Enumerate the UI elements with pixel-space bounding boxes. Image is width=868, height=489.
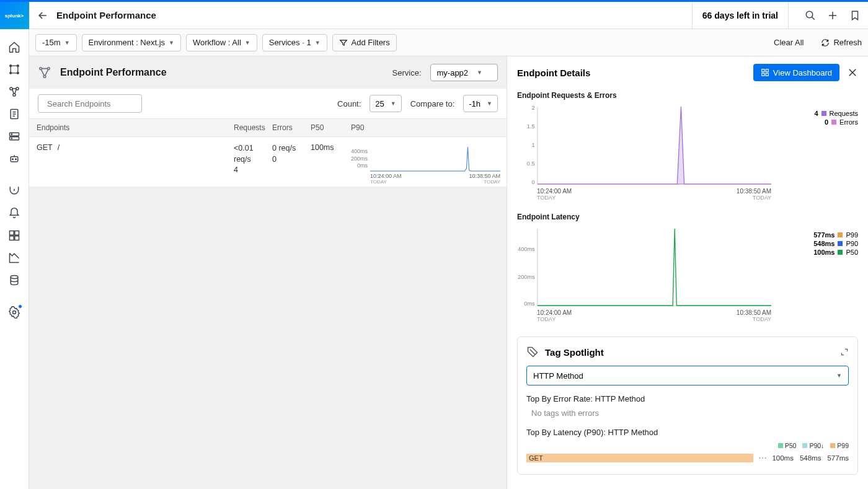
infra-icon[interactable] (7, 130, 21, 143)
svg-text:2: 2 (532, 105, 535, 111)
incident-icon[interactable] (7, 184, 21, 198)
svg-text:400ms: 400ms (518, 246, 535, 252)
detail-title: Endpoint Details (517, 68, 746, 78)
svg-point-21 (806, 11, 813, 18)
trial-indicator[interactable]: 66 days left in trial (692, 2, 789, 29)
latency-legend: P50 P90↓ P99 (526, 442, 849, 449)
endpoints-pane: Endpoint Performance Service: my-app2▼ C… (29, 56, 507, 489)
svg-point-24 (43, 76, 46, 78)
time-filter[interactable]: -15m▼ (35, 34, 77, 51)
svg-rect-28 (766, 69, 768, 72)
view-dashboard-button[interactable]: View Dashboard (753, 64, 839, 81)
svg-text:0: 0 (532, 179, 535, 185)
bookmark-icon[interactable] (849, 10, 861, 21)
workflow-filter[interactable]: Workflow : All▼ (186, 34, 257, 51)
requests-chart: Endpoint Requests & Errors 2 1.5 1 0.5 0 (507, 89, 868, 210)
back-button[interactable] (37, 9, 49, 22)
legend-item: 4Requests (777, 110, 858, 117)
svg-point-14 (16, 159, 17, 160)
legend-item: 577msP99 (777, 231, 858, 239)
svg-point-6 (13, 94, 16, 96)
search-icon[interactable] (805, 10, 816, 21)
search-field[interactable] (47, 99, 151, 108)
svg-point-22 (40, 68, 42, 70)
data-icon[interactable] (7, 273, 21, 287)
dashboards-icon[interactable] (7, 229, 21, 242)
tag-icon (526, 346, 539, 358)
svg-rect-17 (10, 236, 14, 240)
legend-item: 0Errors (777, 118, 858, 126)
page-title: Endpoint Performance (56, 10, 684, 20)
svg-text:200ms: 200ms (518, 274, 535, 280)
metrics-icon[interactable] (7, 251, 21, 265)
environment-filter[interactable]: Environment : Next.js▼ (82, 34, 181, 51)
filter-bar: -15m▼ Environment : Next.js▼ Workflow : … (29, 29, 868, 56)
apm-icon[interactable] (7, 63, 21, 76)
clear-all-button[interactable]: Clear All (774, 38, 804, 47)
splunk-logo[interactable]: splunk> (0, 2, 29, 29)
legend-item: 100msP50 (777, 249, 858, 256)
svg-point-3 (17, 72, 19, 74)
sidebar: splunk> (0, 2, 29, 489)
svg-text:1: 1 (532, 142, 535, 148)
add-filters-button[interactable]: Add Filters (332, 34, 397, 51)
svg-point-2 (9, 72, 12, 74)
count-select[interactable]: 25▼ (370, 95, 401, 112)
svg-point-0 (9, 64, 12, 67)
compare-label: Compare to: (410, 99, 455, 108)
expand-icon[interactable] (840, 348, 849, 356)
svg-rect-15 (10, 231, 14, 236)
service-label: Service: (392, 68, 422, 77)
latency-title: Top By Latency (P90): HTTP Method (526, 428, 849, 437)
svg-rect-27 (762, 69, 764, 72)
svg-rect-30 (766, 73, 768, 76)
network-icon (38, 66, 51, 79)
header: Endpoint Performance 66 days left in tri… (29, 2, 868, 29)
tag-dimension-select[interactable]: HTTP Method▼ (526, 366, 849, 385)
svg-text:0.5: 0.5 (527, 161, 535, 167)
svg-rect-16 (15, 231, 19, 236)
count-label: Count: (337, 99, 361, 108)
latency-chart: Endpoint Latency 400ms 200ms 0ms 10:24:0 (507, 210, 868, 332)
http-method: GET (37, 143, 53, 180)
settings-icon[interactable] (7, 306, 21, 319)
legend-item: 548msP90 (777, 240, 858, 247)
home-icon[interactable] (7, 40, 21, 54)
alerts-icon[interactable] (7, 206, 21, 220)
svg-point-13 (12, 159, 14, 160)
close-icon[interactable] (847, 67, 858, 78)
latency-bar-row[interactable]: GET ⋯ 100ms548ms577ms (526, 453, 849, 463)
refresh-button[interactable]: Refresh (821, 38, 862, 47)
svg-point-10 (11, 134, 12, 134)
table-row[interactable]: GET/ <0.01req/s4 0 req/s0 100ms 400ms200… (29, 137, 507, 187)
svg-text:1.5: 1.5 (527, 123, 535, 130)
service-select[interactable]: my-app2▼ (430, 64, 498, 81)
section-title: Endpoint Performance (60, 67, 384, 78)
svg-point-20 (13, 311, 16, 314)
svg-point-1 (17, 64, 19, 67)
svg-point-11 (11, 138, 12, 139)
error-rate-title: Top By Error Rate: HTTP Method (526, 394, 849, 403)
compare-select[interactable]: -1h▼ (463, 95, 498, 112)
svg-rect-29 (762, 73, 764, 76)
nodes-icon[interactable] (7, 85, 21, 99)
svg-point-19 (11, 276, 18, 279)
svg-point-23 (48, 68, 50, 70)
logs-icon[interactable] (7, 107, 21, 121)
no-tags-message: No tags with errors (526, 408, 849, 418)
search-input[interactable] (38, 94, 142, 113)
endpoint-path: / (58, 143, 60, 180)
bot-icon[interactable] (7, 152, 21, 165)
svg-text:0ms: 0ms (524, 301, 535, 307)
tag-spotlight-title: Tag Spotlight (545, 347, 834, 358)
services-filter[interactable]: Services · 1▼ (262, 34, 327, 51)
p50-cell: 100ms (311, 143, 349, 180)
errors-cell: 0 req/s0 (272, 143, 311, 180)
tag-spotlight-card: Tag Spotlight HTTP Method▼ Top By Error … (517, 337, 858, 475)
svg-rect-18 (15, 236, 19, 240)
requests-cell: <0.01req/s4 (234, 143, 272, 180)
table-header: Endpoints Requests Errors P50 P90 (29, 118, 507, 137)
detail-pane: Endpoint Details View Dashboard Endpoint… (507, 56, 868, 489)
more-icon[interactable]: ⋯ (758, 453, 767, 463)
add-icon[interactable] (827, 10, 838, 21)
